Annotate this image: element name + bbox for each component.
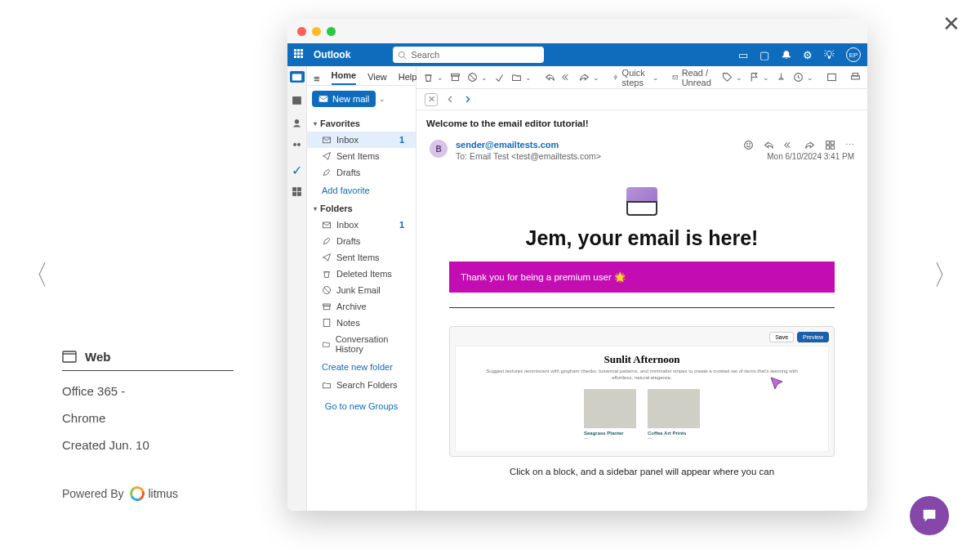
print-button[interactable] [850, 72, 861, 83]
svg-point-32 [750, 143, 751, 144]
archive-button[interactable] [450, 72, 461, 83]
mail-icon[interactable] [290, 71, 305, 83]
create-folder-link[interactable]: Create new folder [307, 357, 416, 377]
sweep-button[interactable] [494, 72, 505, 83]
reply-icon[interactable] [764, 140, 774, 150]
editor-preview-image: SavePreview Sunlit Afternoon Suggest tex… [449, 326, 835, 457]
drafts-icon [322, 168, 332, 177]
immersive-button[interactable] [826, 72, 837, 83]
help-fab[interactable] [910, 496, 949, 535]
pin-button[interactable] [776, 72, 786, 83]
calendar-icon[interactable] [292, 94, 303, 105]
groups-link[interactable]: Go to new Groups [307, 393, 416, 419]
svg-line-3 [404, 56, 407, 59]
bell-icon[interactable]: 🔔︎ [781, 49, 791, 61]
svg-point-30 [745, 141, 753, 150]
teams-icon[interactable]: ▢ [760, 49, 769, 61]
client-created: Created Jun. 10 [62, 438, 234, 452]
favorites-header[interactable]: ▾Favorites [307, 115, 416, 132]
quick-steps-button[interactable]: Quick steps⌄ [612, 68, 659, 87]
replyall-button[interactable] [562, 72, 572, 83]
react-icon[interactable] [743, 140, 754, 150]
tab-view[interactable]: View [368, 72, 387, 85]
prev-message-icon[interactable] [446, 95, 455, 104]
favorites-sent[interactable]: Sent Items [307, 148, 416, 164]
meet-icon[interactable]: ▭ [738, 49, 748, 61]
traffic-close[interactable] [297, 27, 306, 36]
favorites-drafts[interactable]: Drafts [307, 164, 416, 181]
search-input[interactable]: Search [393, 47, 544, 63]
folder-notes[interactable]: Notes [307, 315, 416, 331]
folder-search[interactable]: Search Folders [307, 377, 416, 393]
app-launcher-icon[interactable] [294, 49, 305, 60]
svg-rect-5 [292, 96, 301, 104]
favorites-inbox[interactable]: Inbox 1 [307, 132, 416, 148]
report-button[interactable]: ⌄ [467, 72, 488, 83]
replyall-icon[interactable] [784, 140, 795, 150]
svg-rect-9 [292, 188, 296, 191]
close-icon[interactable]: ✕ [942, 11, 960, 37]
folder-drafts[interactable]: Drafts [307, 233, 416, 249]
next-arrow[interactable]: 〉 [933, 257, 960, 294]
todo-icon[interactable]: ✓ [292, 163, 303, 174]
svg-point-2 [399, 51, 405, 57]
svg-line-24 [470, 74, 475, 80]
prev-arrow[interactable]: 〈 [21, 257, 49, 294]
folder-conversation[interactable]: Conversation History [307, 331, 416, 357]
more-apps-icon[interactable] [292, 186, 303, 197]
inbox-icon [322, 220, 332, 230]
sender-address[interactable]: sender@emailtests.com [456, 140, 601, 150]
apps-icon[interactable] [825, 140, 835, 150]
cursor-icon [769, 376, 786, 392]
sent-icon [322, 253, 332, 262]
avatar[interactable]: EP [846, 47, 861, 62]
client-label: Web [85, 350, 110, 364]
outlook-window: Outlook Search ▭ ▢ 🔔︎ ⚙ 💡︎ EP ✓ ≡ Hom [287, 19, 867, 511]
sender-avatar: B [430, 140, 448, 158]
reply-button[interactable] [545, 72, 555, 83]
more-actions-icon[interactable]: ⋯ [845, 140, 854, 150]
folders-header[interactable]: ▾Folders [307, 200, 416, 217]
svg-rect-34 [831, 141, 834, 145]
client-name: Office 365 - [62, 384, 234, 398]
mac-titlebar [287, 19, 867, 43]
folder-inbox[interactable]: Inbox1 [307, 217, 416, 233]
read-unread-button[interactable]: Read / Unread [672, 68, 715, 87]
drafts-icon [322, 236, 332, 246]
delete-button[interactable]: ⌄ [423, 72, 443, 83]
svg-point-8 [297, 143, 300, 145]
add-favorite-link[interactable]: Add favorite [307, 181, 416, 200]
folder-junk[interactable]: Junk Email [307, 282, 416, 298]
new-mail-chevron[interactable]: ⌄ [379, 95, 385, 103]
client-browser: Chrome [62, 411, 234, 425]
svg-rect-4 [292, 74, 301, 80]
traffic-min[interactable] [312, 27, 321, 36]
forward-icon[interactable] [804, 140, 815, 150]
folder-deleted[interactable]: Deleted Items [307, 266, 416, 282]
forward-button[interactable]: ⌄ [579, 72, 599, 83]
traffic-max[interactable] [327, 27, 336, 36]
tab-home[interactable]: Home [332, 70, 357, 85]
new-mail-button[interactable]: New mail [312, 91, 376, 107]
svg-rect-10 [297, 188, 301, 191]
folder-archive[interactable]: Archive [307, 298, 416, 315]
email-caption: Click on a block, and a sidebar panel wi… [449, 457, 835, 476]
trash-icon [322, 269, 332, 279]
close-message-button[interactable]: ✕ [425, 93, 438, 106]
svg-rect-13 [319, 96, 328, 102]
moveto-button[interactable]: ⌄ [511, 72, 532, 83]
groups-icon[interactable] [292, 140, 303, 151]
snooze-button[interactable]: ⌄ [793, 72, 813, 83]
tag-button[interactable]: ⌄ [722, 72, 742, 83]
flag-button[interactable]: ⌄ [749, 72, 769, 83]
hamburger-icon[interactable]: ≡ [314, 73, 320, 85]
svg-rect-27 [828, 74, 836, 80]
gear-icon[interactable]: ⚙ [803, 49, 813, 61]
next-message-icon[interactable] [463, 95, 472, 104]
tips-icon[interactable]: 💡︎ [824, 49, 835, 61]
tab-help[interactable]: Help [399, 72, 417, 85]
divider [449, 307, 835, 308]
people-icon[interactable] [292, 117, 303, 128]
app-brand: Outlook [314, 49, 350, 60]
folder-sent[interactable]: Sent Items [307, 249, 416, 266]
